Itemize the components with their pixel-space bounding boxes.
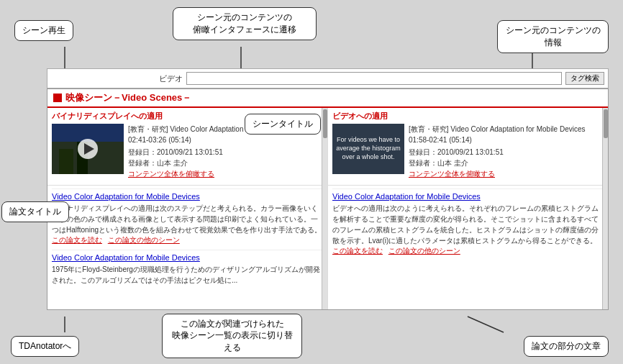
thumbnail-overlay-text: For videos we have to average the histog… xyxy=(332,132,404,165)
left-column: バイナリディスプレイへの適用 xyxy=(47,108,328,309)
svg-line-7 xyxy=(468,317,504,332)
right-paper-1-links: この論文を読む この論文の他のシーン xyxy=(332,246,604,256)
right-paper-1-body: ビデオへの適用は次のように考えられる。それぞれのフレームの累積ヒストグラムを解析… xyxy=(332,203,604,246)
bubble-paper-title: 論文タイトル xyxy=(1,201,69,222)
right-scene-card: For videos we have to average the histog… xyxy=(332,124,604,179)
left-read-link-1[interactable]: この論文を読む xyxy=(52,236,102,244)
left-scrollbar[interactable] xyxy=(322,108,327,309)
left-content-link[interactable]: コンテンツ全体を俯瞰する xyxy=(128,168,323,179)
right-scroll-thumb xyxy=(604,109,608,138)
bubble-tda-annotator: TDAnotatorへ xyxy=(11,336,79,357)
right-scene-title: [教育・研究] Video Color Adaptation for Mobil… xyxy=(409,124,604,145)
bubble-paper-section-text: 論文の部分の文章 xyxy=(524,336,609,357)
right-read-link-1[interactable]: この論文を読む xyxy=(332,247,383,255)
left-scene-author: 登録者：山本 圭介 xyxy=(128,158,323,168)
panel-header-icon xyxy=(53,94,62,102)
left-paper-1-links: この論文を読む この論文の他のシーン xyxy=(52,235,323,245)
right-paper-section: Video Color Adaptation for Mobile Device… xyxy=(328,186,608,263)
panel-header: 映像シーン－Video Scenes－ xyxy=(47,89,608,108)
right-scene-info: [教育・研究] Video Color Adaptation for Mobil… xyxy=(409,124,604,179)
left-scroll-thumb xyxy=(323,109,327,138)
right-scene-date: 登録日：2010/09/21 13:01:51 xyxy=(409,147,604,158)
right-column: ビデオへの適用 For videos we have to average th… xyxy=(328,108,608,309)
right-section-title: ビデオへの適用 xyxy=(332,111,604,122)
left-paper-2: Video Color Adaptation for Mobile Device… xyxy=(52,250,323,286)
play-button-left[interactable] xyxy=(78,139,98,159)
panel-header-text: 映像シーン－Video Scenes－ xyxy=(65,91,191,104)
bubble-scene-title: シーンタイトル xyxy=(245,114,321,135)
main-panel: 映像シーン－Video Scenes－ バイナリディスプレイへの適用 xyxy=(47,88,609,310)
left-paper-2-body: 1975年にFloyd-Steinbergの現職処理を行うためのディザリングアル… xyxy=(52,264,323,286)
search-input[interactable] xyxy=(186,72,562,85)
right-paper-1: Video Color Adaptation for Mobile Device… xyxy=(332,188,604,256)
bubble-scene-list-switch: この論文が関連づけられた映像シーン一覧の表示に切り替える xyxy=(162,314,302,358)
right-paper-1-title[interactable]: Video Color Adaptation for Mobile Device… xyxy=(332,192,604,201)
main-container: シーン再生 シーン元のコンテンツの俯瞰インタフェースに遷移 シーン元のコンテンツ… xyxy=(0,0,623,364)
left-scenes-link-1[interactable]: この論文の他のシーン xyxy=(108,236,180,244)
right-scenes-link-1[interactable]: この論文の他のシーン xyxy=(388,247,460,255)
left-paper-1-body: バイナリディスプレイへの適用は次のステップだと考えられる。カラー画像をいくつかの… xyxy=(52,203,323,235)
right-scene-author: 登録者：山本 圭介 xyxy=(409,158,604,168)
right-content-link[interactable]: コンテンツ全体を俯瞰する xyxy=(409,168,604,179)
panel-content: バイナリディスプレイへの適用 xyxy=(47,108,608,309)
left-paper-2-title[interactable]: Video Color Adaptation for Mobile Device… xyxy=(52,253,323,262)
left-paper-section: Video Color Adaptation for Mobile Device… xyxy=(47,186,327,293)
search-label: ビデオ xyxy=(159,73,183,84)
search-bar: ビデオ タグ検索 xyxy=(47,68,609,88)
bubble-content-info: シーン元のコンテンツの情報 xyxy=(497,20,609,53)
left-paper-1: Video Color Adaptation for Mobile Device… xyxy=(52,188,323,245)
bubble-interface-transition: シーン元のコンテンツの俯瞰インタフェースに遷移 xyxy=(173,7,317,40)
left-scene-date: 登録日：2010/09/21 13:01:51 xyxy=(128,147,323,158)
left-paper-1-title[interactable]: Video Color Adaptation for Mobile Device… xyxy=(52,192,323,201)
right-scene-section: ビデオへの適用 For videos we have to average th… xyxy=(328,108,608,186)
right-thumbnail[interactable]: For videos we have to average the histog… xyxy=(332,124,404,174)
bubble-scene-play: シーン再生 xyxy=(14,20,73,41)
left-thumbnail[interactable] xyxy=(52,124,124,174)
search-button[interactable]: タグ検索 xyxy=(565,72,604,85)
right-scrollbar[interactable] xyxy=(602,108,608,309)
